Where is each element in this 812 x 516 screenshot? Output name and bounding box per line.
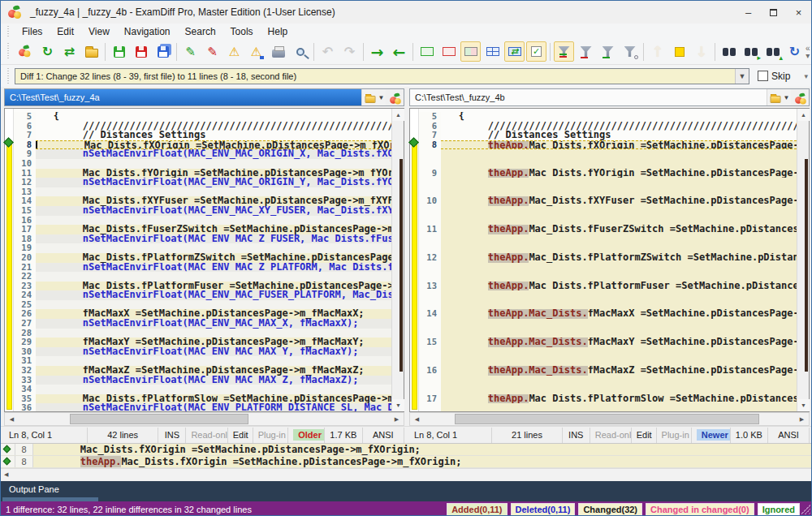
badge-ignored[interactable]: Ignored xyxy=(758,503,800,516)
resize-grip[interactable] xyxy=(801,505,810,514)
code-text[interactable] xyxy=(36,159,391,169)
diff-combo[interactable]: Diff 1: Change 32 lines (8 - 39, first f… xyxy=(15,68,749,84)
code-text[interactable] xyxy=(441,403,797,411)
show-added-button[interactable] xyxy=(417,41,437,62)
left-vertical-scrollbar[interactable]: ▲ ▼ xyxy=(391,109,404,411)
code-text[interactable]: Mac_Dists.fPlatformFuser =SetMachine.pDi… xyxy=(36,282,391,291)
recompare-button[interactable]: ↻ xyxy=(37,41,58,62)
save-first-file-button[interactable] xyxy=(109,41,129,62)
right-vscroll-thumb[interactable] xyxy=(805,159,808,372)
scroll-left-icon[interactable]: ◀ xyxy=(411,414,423,424)
menu-item-edit[interactable]: Edit xyxy=(50,24,81,39)
right-compare-button[interactable] xyxy=(791,89,809,105)
swap-panes-button[interactable]: ⇄ xyxy=(59,41,80,62)
code-text[interactable]: theApp.Mac_Dists.fXOrigin =SetMachine.pD… xyxy=(441,140,797,150)
code-text[interactable] xyxy=(441,300,797,310)
edit-first-file-button[interactable]: ✎ xyxy=(180,41,201,62)
code-text[interactable]: theApp.Mac_Dists.fPlatformZSwitch =SetMa… xyxy=(441,253,797,263)
code-text[interactable] xyxy=(441,243,797,253)
code-text[interactable] xyxy=(36,356,391,366)
code-text[interactable]: // Distances Settings xyxy=(441,131,797,140)
code-text[interactable]: Mac_Dists.fPlatformZSwitch =SetMachine.p… xyxy=(36,253,391,263)
badge-changed[interactable]: Changed(32) xyxy=(578,503,642,516)
toolbar-overflow-icon[interactable]: «▾ xyxy=(806,45,810,59)
code-text[interactable] xyxy=(36,216,391,226)
code-text[interactable]: Mac_Dists.fXYFuser =SetMachine.pDistance… xyxy=(36,196,391,206)
print-button[interactable] xyxy=(268,41,288,62)
scroll-up-icon[interactable]: ▲ xyxy=(392,109,404,121)
find-previous-button[interactable]: ▴ xyxy=(762,41,783,62)
code-text[interactable]: // Distances Settings xyxy=(36,131,391,140)
right-hscroll-thumb[interactable] xyxy=(455,414,759,424)
diffbar-overflow-icon[interactable]: ▾ xyxy=(804,72,808,80)
filter-all-button[interactable] xyxy=(554,41,574,62)
output-pane-tab[interactable]: Output Pane xyxy=(1,481,59,494)
badge-cic[interactable]: Changed in changed(0) xyxy=(646,503,754,516)
code-text[interactable] xyxy=(441,187,797,197)
code-text[interactable] xyxy=(441,234,797,244)
menu-item-files[interactable]: Files xyxy=(15,24,50,39)
code-text[interactable]: nSetMacEnvirFloat(MAC_ENV_MAC_FUSER_PLAT… xyxy=(36,290,391,300)
compare-files-button[interactable] xyxy=(15,41,36,62)
code-text[interactable] xyxy=(441,319,797,329)
code-text[interactable] xyxy=(441,272,797,282)
left-hscroll-thumb[interactable] xyxy=(70,414,248,424)
skip-checkbox[interactable] xyxy=(758,71,768,81)
toolbar-grip[interactable] xyxy=(6,43,11,61)
left-open-file-button[interactable]: ▼ xyxy=(361,89,386,105)
code-text[interactable]: fMacMaxY =SetMachine.pDistancesPage->m_f… xyxy=(36,338,391,347)
code-text[interactable]: nSetMacEnvirFloat(MAC_ENV_MAC_XY_FUSER, … xyxy=(36,206,391,216)
code-text[interactable] xyxy=(441,206,797,216)
code-text[interactable]: theApp.Mac_Dists.fPlatformSlow =SetMachi… xyxy=(441,394,797,404)
code-text[interactable] xyxy=(441,347,797,357)
code-text[interactable]: nSetMacEnvirFloat(MAC_ENV_MAC_MAX_X, fMa… xyxy=(36,319,391,329)
show-checkmarks-button[interactable]: ✓ xyxy=(526,41,546,62)
code-text[interactable] xyxy=(441,290,797,300)
menu-item-tools[interactable]: Tools xyxy=(223,24,261,39)
scroll-right-icon[interactable]: ▶ xyxy=(796,414,808,424)
code-text[interactable]: Mac_Dists.fPlatformSlow =SetMachine.pDis… xyxy=(36,394,391,404)
code-text[interactable] xyxy=(441,216,797,226)
current-difference-button[interactable] xyxy=(669,41,689,62)
menu-item-help[interactable]: Help xyxy=(261,24,296,39)
refresh-comparison-button[interactable]: ↻ xyxy=(784,41,805,62)
badge-added[interactable]: Added(0,11) xyxy=(447,503,507,516)
code-text[interactable]: nSetMacEnvirFloat(MAC_ENV_PLATFORM_DISTA… xyxy=(36,403,391,411)
menu-item-view[interactable]: View xyxy=(81,24,117,39)
code-text[interactable]: fMacMaxX =SetMachine.pDistancesPage->m_f… xyxy=(36,309,391,319)
save-report-second-button[interactable]: ⚠ xyxy=(246,41,266,62)
scroll-left-icon[interactable]: ◀ xyxy=(6,414,18,424)
menu-item-navigation[interactable]: Navigation xyxy=(117,24,178,39)
chevron-down-icon[interactable]: ▼ xyxy=(735,69,749,84)
left-compare-button[interactable] xyxy=(386,89,404,105)
code-text[interactable] xyxy=(36,243,391,253)
code-text[interactable] xyxy=(441,329,797,338)
toolbar-grip[interactable] xyxy=(6,26,11,37)
code-text[interactable]: nSetMacEnvirFloat(MAC_ENV_MAC_MAX_Z, fMa… xyxy=(36,376,391,385)
filter-deleted-button[interactable] xyxy=(576,41,596,62)
code-text[interactable]: { xyxy=(441,112,797,122)
code-text[interactable]: nSetMacEnvirFloat(MAC_ENV_MAC_ORIGIN_Y, … xyxy=(36,178,391,187)
code-text[interactable] xyxy=(441,159,797,169)
maximize-button[interactable] xyxy=(761,1,786,24)
code-text[interactable]: Mac_Dists.fXOrigin =SetMachine.pDistance… xyxy=(36,140,391,150)
code-text[interactable]: Mac_Dists.fYOrigin =SetMachine.pDistance… xyxy=(36,169,391,178)
find-next-button[interactable]: ▸ xyxy=(741,41,761,62)
save-report-first-button[interactable]: ⚠ xyxy=(224,41,244,62)
badge-deleted[interactable]: Deleted(0,11) xyxy=(511,503,576,516)
code-text[interactable]: theApp.Mac_Dists.fYOrigin =SetMachine.pD… xyxy=(441,169,797,178)
copy-block-right-button[interactable]: → xyxy=(367,41,387,62)
show-deleted-button[interactable] xyxy=(438,41,459,62)
scroll-up-icon[interactable]: ▲ xyxy=(797,109,810,121)
toolbar-grip[interactable] xyxy=(6,68,11,84)
code-text[interactable]: theApp.Mac_Dists.fXYFuser =SetMachine.pD… xyxy=(441,196,797,206)
code-text[interactable]: Mac_Dists.fFuserZSwitch =SetMachine.pDis… xyxy=(36,225,391,234)
filter-options-button[interactable] xyxy=(620,41,640,62)
menu-item-search[interactable]: Search xyxy=(178,24,223,39)
show-changed-button[interactable] xyxy=(460,41,481,62)
code-text[interactable]: nSetMacEnvirFloat(MAC_ENV_MAC_ORIGIN_X, … xyxy=(36,149,391,159)
code-text[interactable] xyxy=(36,300,391,310)
close-button[interactable]: × xyxy=(786,1,811,24)
code-text[interactable]: nSetMacEnvirFloat(MAC_ENV_MAC_Z_PLATFORM… xyxy=(36,263,391,273)
save-both-files-button[interactable] xyxy=(153,41,173,62)
